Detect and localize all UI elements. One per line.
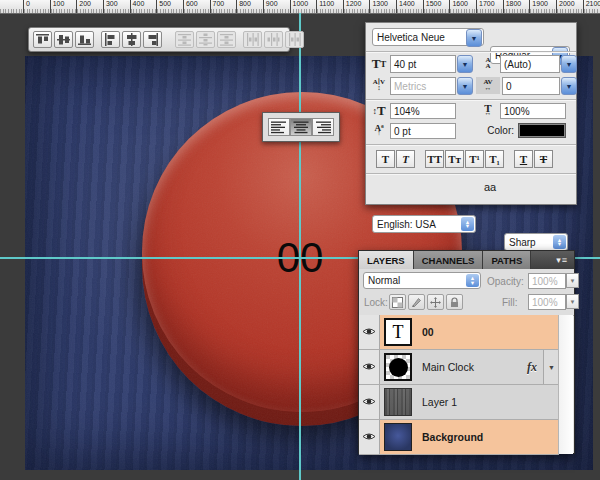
language-select[interactable]: English: USA ▲▼ [372, 215, 476, 233]
style-italic-button[interactable]: T [396, 150, 415, 168]
vertical-scale-field[interactable]: 104% [390, 103, 456, 119]
align-horizontal-centers-button[interactable] [122, 31, 141, 48]
opacity-value[interactable]: 100% [528, 273, 566, 289]
style-subscript-button[interactable]: T₁ [485, 150, 504, 168]
divider [366, 173, 576, 174]
chevron-down-icon[interactable]: ▼ [561, 77, 577, 95]
text-align-left-button[interactable] [268, 118, 290, 136]
vertical-guide[interactable] [299, 13, 301, 480]
panel-menu-icon[interactable]: ▾≡ [550, 251, 574, 269]
layer-thumbnail-texture[interactable] [384, 388, 412, 416]
lock-label: Lock: [364, 297, 388, 308]
effects-collapse-icon[interactable]: ▼ [543, 350, 559, 384]
align-right-edges-button[interactable] [143, 31, 162, 48]
style-superscript-button[interactable]: T¹ [465, 150, 484, 168]
layer-row-layer-1[interactable]: Layer 1 [359, 385, 559, 420]
fill-field[interactable]: 100% ▼ [528, 294, 579, 310]
kerning-field[interactable]: Metrics ▼ [390, 77, 473, 95]
stepper-icon[interactable]: ▲▼ [466, 274, 479, 287]
tracking-field[interactable]: 0 ▼ [502, 77, 577, 95]
ruler-tick: 300 [103, 0, 104, 13]
eye-icon [362, 327, 376, 338]
eye-icon [362, 397, 376, 408]
leading-value[interactable]: (Auto) [500, 55, 560, 73]
layer-thumbnail-text[interactable]: T [384, 318, 412, 346]
visibility-toggle[interactable] [359, 315, 380, 349]
style-allcaps-button[interactable]: TT [425, 150, 444, 168]
ruler-tick: 2000 [556, 0, 557, 13]
align-vertical-centers-button[interactable] [54, 31, 73, 48]
chevron-down-icon[interactable]: ▼ [466, 29, 482, 47]
ruler-tick: 200 [76, 0, 77, 13]
style-underline-button[interactable]: T [514, 150, 533, 168]
kerning-value[interactable]: Metrics [390, 77, 456, 95]
font-size-field[interactable]: 40 pt ▼ [390, 55, 473, 73]
style-strikethrough-button[interactable]: T [534, 150, 553, 168]
lock-position-icon[interactable] [427, 294, 444, 310]
ruler-tick: 1000 [290, 0, 291, 13]
lock-transparency-icon[interactable] [389, 294, 406, 310]
layer-row-main-clock[interactable]: Main Clockfx▼ [359, 350, 559, 385]
style-smallcaps-button[interactable]: Tᴛ [445, 150, 464, 168]
text-align-center-button[interactable] [290, 118, 312, 136]
antialias-select[interactable]: Sharp ▲▼ [504, 233, 568, 251]
style-bold-button[interactable]: T [376, 150, 395, 168]
font-family-select[interactable]: Helvetica Neue ▼ [372, 28, 484, 46]
align-bottom-edges-button[interactable] [75, 31, 94, 48]
layer-name[interactable]: Main Clock [422, 361, 474, 373]
stepper-icon[interactable]: ▲▼ [553, 235, 566, 249]
horizontal-scale-field[interactable]: 100% [500, 103, 566, 119]
font-size-value[interactable]: 40 pt [390, 55, 456, 73]
distribute-bottom-edges-button [217, 31, 236, 48]
chevron-down-icon[interactable]: ▼ [561, 55, 577, 73]
align-top-edges-button[interactable] [33, 31, 52, 48]
text-color-swatch[interactable] [518, 123, 566, 138]
layers-scrollbar[interactable] [558, 315, 573, 454]
chevron-down-icon[interactable]: ▼ [457, 77, 473, 95]
stepper-icon[interactable]: ▲▼ [461, 217, 474, 231]
layer-row-00[interactable]: T00 [359, 315, 559, 350]
leading-icon: AA [478, 55, 498, 72]
opacity-field[interactable]: 100% ▼ [528, 273, 579, 289]
tracking-value[interactable]: 0 [502, 77, 560, 95]
align-distribute-toolbar [28, 27, 290, 52]
layer-effects-badge[interactable]: fx [527, 360, 537, 375]
ruler-tick: 1300 [369, 0, 370, 13]
color-label: Color: [476, 125, 514, 136]
divider [366, 99, 576, 100]
visibility-toggle[interactable] [359, 385, 380, 419]
text-align-right-button[interactable] [312, 118, 334, 136]
lock-buttons [389, 294, 463, 310]
tab-paths[interactable]: PATHS [483, 251, 531, 269]
ruler-tick: 1100 [316, 0, 317, 13]
chevron-down-icon[interactable]: ▼ [566, 294, 579, 309]
visibility-toggle[interactable] [359, 350, 380, 384]
leading-field[interactable]: (Auto) ▼ [500, 55, 577, 73]
chevron-down-icon[interactable]: ▼ [566, 273, 579, 288]
tab-layers[interactable]: LAYERS [359, 251, 414, 269]
layers-list: T00Main Clockfx▼Layer 1Background [359, 315, 559, 455]
layer-name[interactable]: Layer 1 [422, 396, 457, 408]
layer-name[interactable]: 00 [422, 326, 434, 338]
chevron-down-icon[interactable]: ▼ [457, 55, 473, 73]
lock-all-icon[interactable] [446, 294, 463, 310]
ruler-tick: 500 [156, 0, 157, 13]
ruler-tick: 700 [210, 0, 211, 13]
ruler-tick: 400 [130, 0, 131, 13]
divider [366, 144, 576, 145]
layer-thumbnail-circle[interactable] [384, 353, 412, 381]
horizontal-ruler[interactable]: 0100200300400500600700800900100011001200… [0, 0, 600, 14]
baseline-shift-field[interactable]: 0 pt [390, 123, 456, 139]
blend-mode-select[interactable]: Normal ▲▼ [363, 272, 481, 289]
blend-mode-value: Normal [368, 275, 400, 286]
layer-row-background[interactable]: Background [359, 420, 559, 455]
fill-value[interactable]: 100% [528, 294, 566, 310]
layer-name[interactable]: Background [422, 431, 483, 443]
fill-label: Fill: [502, 297, 518, 308]
baseline-shift-icon: Aª↑ [370, 123, 388, 139]
tab-channels[interactable]: CHANNELS [414, 251, 484, 269]
layer-thumbnail-background[interactable] [384, 423, 412, 451]
lock-paint-icon[interactable] [408, 294, 425, 310]
align-left-edges-button[interactable] [101, 31, 120, 48]
visibility-toggle[interactable] [359, 420, 380, 454]
